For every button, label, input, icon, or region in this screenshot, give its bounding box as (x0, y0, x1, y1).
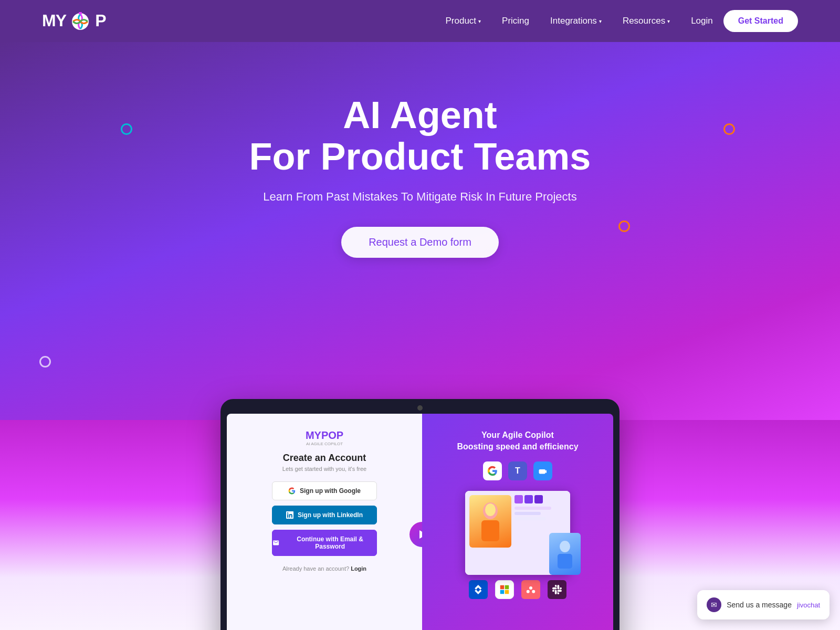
jira-icon (469, 580, 488, 599)
linkedin-signup-button[interactable]: Sign up with LinkedIn (272, 506, 377, 524)
tos-text: By signing up, I agree to MYPOP's Terms … (239, 624, 410, 630)
ms-svg (500, 585, 509, 594)
deco-circle-teal (121, 123, 132, 135)
laptop-frame: MYPOP AI AGILE COPILOT Create an Account… (220, 399, 620, 630)
google-integration-svg (487, 466, 498, 476)
copilot-title: Your Agile Copilot Boosting speed and ef… (457, 429, 578, 453)
google-signup-button[interactable]: Sign up with Google (272, 481, 377, 500)
screen-login-link[interactable]: Login (351, 565, 366, 572)
chat-widget[interactable]: ✉ Send us a message jivochat (697, 590, 830, 620)
person2-icon (555, 539, 574, 569)
create-account-title: Create an Account (283, 453, 366, 464)
chat-brand: jivochat (797, 601, 820, 609)
slack-svg (552, 585, 562, 594)
deco-circle-white (39, 356, 51, 368)
resources-dropdown-arrow: ▾ (667, 18, 670, 24)
get-started-button[interactable]: Get Started (723, 10, 798, 32)
nav-pricing[interactable]: Pricing (502, 16, 529, 26)
asana-icon (521, 580, 540, 599)
svg-rect-6 (558, 554, 572, 569)
nav-integrations[interactable]: Integrations ▾ (550, 16, 602, 26)
logo-text: MY P (42, 11, 106, 32)
jira-svg (474, 585, 483, 594)
asana-svg (526, 585, 536, 594)
email-icon (272, 539, 279, 547)
google-icon (288, 487, 296, 495)
nav-links: Product ▾ Pricing Integrations ▾ Resourc… (445, 16, 670, 26)
hero-title: AI Agent For Product Teams (249, 94, 591, 177)
svg-rect-7 (500, 585, 505, 590)
svg-point-11 (529, 586, 532, 590)
integration-icons: T (483, 461, 552, 480)
integrations-dropdown-arrow: ▾ (599, 18, 602, 24)
already-account: Already have an account? Login (282, 565, 366, 572)
navbar: MY P Product ▾ Pricing Integrations ▾ (0, 0, 840, 42)
screen-logo-sub: AI AGILE COPILOT (306, 442, 343, 446)
laptop-camera (417, 405, 423, 411)
screen-logo: MYPOP AI AGILE COPILOT (306, 429, 343, 446)
screen-copilot-panel: Your Agile Copilot Boosting speed and ef… (422, 414, 613, 630)
slack-icon (548, 580, 566, 599)
bottom-integration-icons (469, 580, 566, 599)
login-link[interactable]: Login (691, 16, 713, 26)
laptop-screen: MYPOP AI AGILE COPILOT Create an Account… (227, 414, 613, 630)
product-dropdown-arrow: ▾ (478, 18, 481, 24)
create-account-sub: Lets get started with you, it's free (282, 466, 366, 472)
person-icon (477, 500, 503, 542)
svg-point-5 (560, 541, 570, 552)
hero-subtitle: Learn From Past Mistakes To Mitigate Ris… (263, 190, 576, 204)
svg-point-13 (532, 590, 535, 593)
chat-label: Send us a message (727, 601, 792, 609)
nav-resources[interactable]: Resources ▾ (623, 16, 670, 26)
nav-product[interactable]: Product ▾ (445, 16, 481, 26)
logo-candy-icon (71, 12, 90, 31)
deco-circle-orange-top (723, 123, 735, 135)
zoom-integration-icon (533, 461, 552, 480)
svg-rect-10 (505, 590, 509, 594)
svg-point-4 (485, 503, 496, 516)
hero-section: AI Agent For Product Teams Learn From Pa… (0, 42, 840, 420)
chat-icon: ✉ (707, 597, 721, 612)
svg-point-12 (527, 590, 530, 593)
svg-rect-8 (505, 585, 509, 590)
screen-logo-text: MYPOP (306, 429, 343, 442)
email-signup-button[interactable]: Continue with Email & Password (272, 530, 377, 556)
demo-button[interactable]: Request a Demo form (341, 227, 499, 258)
screen-signup-panel: MYPOP AI AGILE COPILOT Create an Account… (227, 414, 422, 630)
svg-rect-3 (481, 520, 499, 541)
logo[interactable]: MY P (42, 11, 106, 32)
google-integration-icon (483, 461, 502, 480)
linkedin-icon (286, 511, 293, 519)
zoom-icon-svg (538, 466, 548, 476)
microsoft-icon (495, 580, 514, 599)
teams-integration-icon: T (508, 461, 527, 480)
svg-rect-9 (500, 590, 505, 594)
deco-circle-orange-mid (618, 220, 630, 232)
